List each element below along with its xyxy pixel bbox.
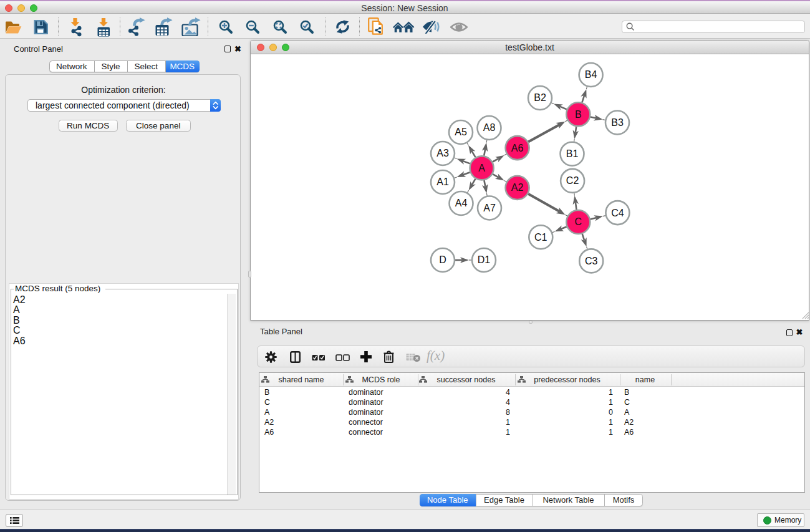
svg-text:C: C [575, 216, 582, 227]
svg-text:A2: A2 [511, 182, 524, 193]
svg-text:A1: A1 [436, 177, 449, 187]
svg-text:B3: B3 [611, 117, 624, 128]
svg-text:C3: C3 [585, 256, 598, 266]
svg-text:B4: B4 [585, 69, 597, 80]
svg-text:A4: A4 [455, 198, 468, 208]
svg-text:A6: A6 [511, 143, 524, 153]
svg-text:B2: B2 [534, 92, 546, 103]
svg-text:D: D [439, 254, 446, 265]
svg-text:B: B [575, 109, 582, 120]
svg-text:A8: A8 [483, 122, 496, 133]
svg-text:C4: C4 [611, 208, 624, 218]
svg-text:D1: D1 [478, 254, 491, 265]
svg-text:A7: A7 [483, 203, 496, 213]
svg-text:A5: A5 [455, 127, 467, 137]
svg-text:C2: C2 [566, 175, 579, 186]
svg-text:C1: C1 [534, 232, 547, 243]
svg-text:B1: B1 [566, 148, 579, 159]
svg-text:A3: A3 [436, 148, 449, 158]
svg-text:A: A [478, 163, 485, 173]
